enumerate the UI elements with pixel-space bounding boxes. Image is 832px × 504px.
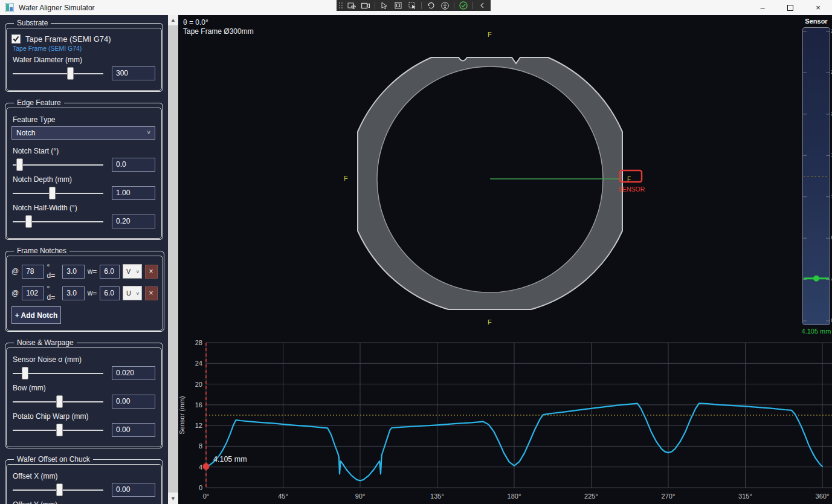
pick-element-icon[interactable] (346, 1, 358, 10)
bow-label: Bow (mm) (13, 384, 156, 392)
notch1-shape-select[interactable]: V˅ (123, 264, 142, 279)
offset-x-input[interactable]: 0.00 (112, 483, 155, 497)
wafer-drawing: F F F F SENSOR (178, 15, 832, 338)
flat-marker-bottom: F (488, 318, 492, 326)
svg-text:45°: 45° (278, 493, 288, 500)
svg-text:Sensor (mm): Sensor (mm) (178, 396, 185, 435)
feature-type-label: Feature Type (13, 115, 156, 124)
offset-x-label: Offset X (mm) (13, 472, 156, 480)
wafer-diameter-input[interactable]: 300 (112, 66, 155, 80)
wafer-offset-group: Wafer Offset on Chuck Offset X (mm) 0.00… (5, 455, 163, 504)
flat-marker-sensor: F (627, 176, 631, 183)
width-label: w= (88, 267, 97, 276)
depth-label: ° d= (47, 263, 60, 280)
offset-x-slider[interactable] (13, 483, 103, 497)
svg-text:20: 20 (195, 381, 202, 388)
svg-text:8: 8 (199, 442, 202, 450)
substrate-group: Substrate Tape Frame (SEMI G74) Tape Fra… (5, 19, 163, 92)
notch2-shape-select[interactable]: U˅ (123, 286, 142, 300)
notch-start-slider[interactable] (13, 158, 103, 172)
at-label: @ (11, 267, 19, 276)
add-notch-button[interactable]: + Add Notch (11, 306, 61, 324)
frame-notches-group: Frame Notches @ 78 ° d= 3.0 w= 6.0 V˅ × … (5, 247, 164, 332)
select-element-icon[interactable] (378, 1, 390, 10)
svg-text:90°: 90° (355, 493, 366, 500)
bow-input[interactable]: 0.00 (112, 395, 155, 409)
edge-feature-group-title: Edge Feature (14, 99, 64, 107)
display-adorners-icon[interactable] (392, 1, 404, 10)
toolbar-grip-icon[interactable] (339, 2, 343, 8)
notch2-depth-input[interactable]: 3.0 (62, 286, 84, 300)
bow-slider[interactable] (13, 395, 103, 409)
edge-feature-group: Edge Feature Feature Type Notch˅ Notch S… (5, 99, 163, 240)
window-title: Wafer Aligner Simulator (19, 4, 95, 12)
notch1-angle-input[interactable]: 78 (22, 265, 44, 279)
wafer-diameter-slider[interactable] (13, 67, 103, 80)
title-bar: Wafer Aligner Simulator – × (0, 0, 832, 15)
notch-halfwidth-label: Notch Half-Width (°) (13, 204, 156, 212)
feature-type-select[interactable]: Notch˅ (11, 126, 155, 140)
sensor-noise-label: Sensor Noise σ (mm) (13, 355, 156, 364)
svg-text:4.105 mm: 4.105 mm (213, 455, 247, 464)
notch-start-input[interactable]: 0.0 (112, 158, 155, 172)
notch2-width-input[interactable]: 6.0 (100, 286, 120, 300)
notch-depth-slider[interactable] (13, 187, 103, 200)
svg-text:360°: 360° (816, 493, 830, 500)
select-region-icon[interactable] (406, 1, 418, 10)
svg-text:180°: 180° (508, 493, 521, 500)
at-label: @ (11, 289, 19, 297)
svg-text:16: 16 (195, 401, 202, 409)
hot-reload-icon[interactable] (425, 1, 437, 10)
svg-text:270°: 270° (662, 493, 676, 500)
svg-text:225°: 225° (584, 493, 598, 500)
notch1-shape-value: V (126, 268, 131, 275)
maximize-button[interactable] (776, 0, 804, 15)
hot-reload-enabled-check-icon[interactable] (457, 1, 469, 10)
scroll-up-icon[interactable]: ▲ (168, 15, 178, 25)
frame-notch-row: @ 102 ° d= 3.0 w= 6.0 U˅ × (11, 285, 158, 302)
notch-depth-input[interactable]: 1.00 (112, 186, 155, 200)
svg-text:24: 24 (195, 360, 202, 367)
notch1-width-input[interactable]: 6.0 (100, 265, 120, 279)
sensor-noise-slider[interactable] (13, 367, 103, 380)
sensor-noise-input[interactable]: 0.020 (112, 366, 155, 380)
accessibility-icon[interactable] (439, 1, 451, 10)
depth-label: ° d= (47, 285, 60, 302)
debug-toolbar (337, 0, 491, 11)
close-button[interactable]: × (804, 0, 832, 15)
potato-chip-warp-input[interactable]: 0.00 (112, 423, 155, 437)
svg-text:315°: 315° (738, 493, 752, 500)
notch-halfwidth-input[interactable]: 0.20 (112, 215, 155, 228)
svg-text:0: 0 (199, 484, 202, 491)
minimize-button[interactable]: – (749, 0, 776, 15)
svg-text:0°: 0° (203, 493, 210, 500)
frame-notch-row: @ 78 ° d= 3.0 w= 6.0 V˅ × (11, 263, 158, 280)
flat-marker-top: F (488, 31, 492, 38)
width-label: w= (88, 289, 97, 297)
notch-depth-label: Notch Depth (mm) (13, 175, 156, 184)
svg-text:4: 4 (199, 464, 202, 471)
tape-frame-checkbox-label: Tape Frame (SEMI G74) (25, 34, 111, 44)
chevron-down-icon: ˅ (147, 127, 150, 139)
tape-frame-link[interactable]: Tape Frame (SEMI G74) (13, 45, 156, 52)
noise-warpage-group: Noise & Warpage Sensor Noise σ (mm) 0.02… (5, 338, 163, 448)
screenshot-icon[interactable] (360, 1, 372, 10)
wafer-offset-group-title: Wafer Offset on Chuck (14, 455, 93, 464)
tape-frame-checkbox[interactable] (11, 34, 21, 44)
controls-sidebar: Substrate Tape Frame (SEMI G74) Tape Fra… (0, 15, 168, 504)
potato-chip-warp-slider[interactable] (13, 424, 103, 437)
notch-halfwidth-slider[interactable] (13, 215, 103, 228)
wafer-view: F F F F SENSOR θ = 0.0° Tape Frame Ø300m… (178, 15, 832, 338)
substrate-group-title: Substrate (14, 19, 51, 27)
svg-text:12: 12 (195, 422, 202, 429)
collapse-chevron-icon[interactable] (476, 1, 488, 10)
notch2-angle-input[interactable]: 102 (22, 286, 44, 300)
notch2-remove-button[interactable]: × (145, 286, 158, 300)
substrate-readout: Tape Frame Ø300mm (183, 27, 254, 36)
notch1-remove-button[interactable]: × (145, 265, 158, 279)
sensor-panel-title: Sensor (801, 18, 832, 25)
sensor-gauge (802, 27, 830, 325)
notch1-depth-input[interactable]: 3.0 (62, 265, 84, 279)
notch2-shape-value: U (126, 289, 131, 297)
svg-text:135°: 135° (430, 493, 444, 500)
